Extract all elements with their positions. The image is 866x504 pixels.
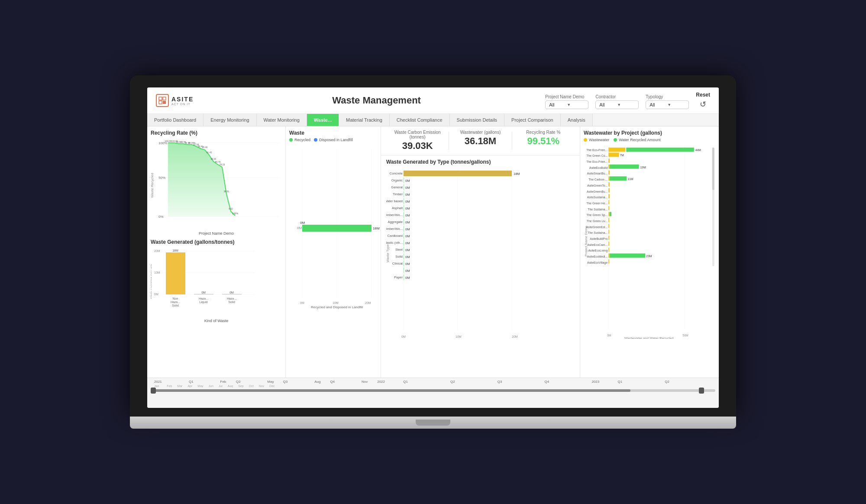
tab-material[interactable]: Material Tracking <box>339 114 390 126</box>
svg-text:20M: 20M <box>154 249 160 252</box>
svg-rect-2 <box>159 101 162 104</box>
svg-rect-36 <box>194 294 213 294</box>
svg-text:0M: 0M <box>297 226 302 230</box>
svg-text:The Eco-Frien...: The Eco-Frien... <box>586 160 607 163</box>
svg-rect-152 <box>610 212 611 216</box>
svg-text:0M: 0M <box>405 269 410 273</box>
app-title: Waste Management <box>208 95 545 106</box>
timeline-month-aug: Aug <box>228 384 233 388</box>
svg-text:0M: 0M <box>405 262 410 266</box>
svg-rect-103 <box>404 254 404 259</box>
tab-submission[interactable]: Submission Details <box>450 114 505 126</box>
svg-text:Haza...: Haza... <box>199 297 208 300</box>
svg-text:7M: 7M <box>620 154 624 157</box>
svg-text:44M: 44M <box>695 149 701 152</box>
filter-project-arrow: ▼ <box>567 103 585 107</box>
svg-text:0M: 0M <box>405 276 410 280</box>
svg-text:19M: 19M <box>640 166 646 169</box>
kpi-recycling: Recycling Rate % 99.51% <box>512 130 575 152</box>
timeline-month-jul: Jul <box>219 384 223 388</box>
svg-text:0M: 0M <box>405 200 410 204</box>
waste-gen-title: Waste Generated (gallons/tonnes) <box>151 239 282 245</box>
svg-text:Waste Removed from Site: Waste Removed from Site <box>151 264 152 299</box>
svg-rect-151 <box>608 212 610 216</box>
tab-water[interactable]: Water Monitoring <box>257 114 307 126</box>
svg-text:0M: 0M <box>405 207 410 210</box>
svg-text:AsiteSmartBu...: AsiteSmartBu... <box>587 172 608 175</box>
logo-text: ASITE <box>171 96 194 103</box>
filter-contractor-select[interactable]: All ▼ <box>595 100 639 109</box>
tab-energy[interactable]: Energy Monitoring <box>204 114 256 126</box>
svg-rect-97 <box>404 240 404 246</box>
filter-project-label: Project Name Demo <box>545 94 588 99</box>
waste-generated-section: Waste Generated (gallons/tonnes) 20M 10M… <box>151 239 282 323</box>
filter-project-select[interactable]: All ▼ <box>545 100 588 109</box>
svg-rect-79 <box>404 198 404 204</box>
svg-text:Timber/Wo...: Timber/Wo... <box>386 213 403 217</box>
svg-rect-54 <box>302 225 372 232</box>
reset-button[interactable]: Reset <box>696 92 710 98</box>
svg-text:91.42: 91.42 <box>207 151 212 154</box>
svg-rect-123 <box>626 148 694 152</box>
svg-text:The Sustaina...: The Sustaina... <box>588 208 607 211</box>
timeline-handle-left[interactable] <box>151 388 156 394</box>
timeline-nov: Nov <box>362 380 377 384</box>
svg-text:18M: 18M <box>172 249 178 252</box>
svg-text:Haza...: Haza... <box>227 297 236 300</box>
timeline-q2-2023: Q2 <box>665 380 712 384</box>
timeline-q2-2022: Q2 <box>450 380 498 384</box>
svg-text:AsiteEcoCam...: AsiteEcoCam... <box>587 243 607 246</box>
filter-typology[interactable]: Typology All ▼ <box>646 94 689 109</box>
timeline-feb: Feb <box>220 380 236 384</box>
left-panel: Recycling Rate (%) 100% 50% 0% Waste Rec… <box>147 126 286 378</box>
svg-text:0M: 0M <box>405 179 410 183</box>
tab-analysis[interactable]: Analysis <box>561 114 593 126</box>
svg-text:Paper: Paper <box>394 275 403 279</box>
filter-contractor[interactable]: Contractor All ▼ <box>595 94 639 109</box>
svg-rect-135 <box>608 171 610 175</box>
svg-rect-106 <box>404 261 404 266</box>
svg-rect-160 <box>608 236 609 240</box>
svg-rect-34 <box>166 252 185 294</box>
kpi-recycling-value: 99.51% <box>512 136 575 147</box>
svg-rect-82 <box>404 205 404 211</box>
svg-text:0M: 0M <box>401 335 406 338</box>
tab-waste[interactable]: Waste... <box>307 114 339 126</box>
timeline-month-nov: Nov <box>259 384 264 388</box>
tab-checklist[interactable]: Checklist Compliance <box>390 114 450 126</box>
svg-text:9.02: 9.02 <box>229 207 233 210</box>
svg-rect-129 <box>608 158 610 163</box>
waste-gen-x-label: Kind of Waste <box>151 319 282 323</box>
svg-rect-108 <box>404 268 404 273</box>
legend-water-recycled-label: Water Recycled Amount <box>619 138 660 142</box>
svg-rect-145 <box>608 194 610 198</box>
legend-recycled-label: Recycled <box>294 138 310 142</box>
legend-wastewater-dot <box>584 138 587 142</box>
filter-project[interactable]: Project Name Demo All ▼ <box>545 94 588 109</box>
timeline-q3-2022: Q3 <box>498 380 545 384</box>
timeline-month-dec: Dec <box>269 384 275 388</box>
svg-text:0M: 0M <box>405 248 410 252</box>
svg-rect-100 <box>404 247 404 252</box>
legend-landfill-dot <box>314 138 317 142</box>
timeline-slider[interactable] <box>151 389 715 392</box>
svg-text:AsiteEcoVillage: AsiteEcoVillage <box>587 261 608 265</box>
tab-project-comp[interactable]: Project Comparison <box>504 114 561 126</box>
timeline-handle-right[interactable] <box>699 388 704 394</box>
svg-text:Aggregate: Aggregate <box>388 220 403 224</box>
wastewater-title: Wastewater by Project (gallons) <box>584 130 715 136</box>
svg-rect-166 <box>608 253 610 258</box>
svg-text:0%: 0% <box>158 215 164 219</box>
svg-text:The Green Sp...: The Green Sp... <box>587 213 608 217</box>
filter-typology-arrow: ▼ <box>667 103 685 107</box>
tab-portfolio[interactable]: Portfolio Dashboard <box>147 114 204 126</box>
filter-typology-select[interactable]: All ▼ <box>646 100 689 109</box>
reset-area[interactable]: Reset ↺ <box>696 92 710 109</box>
svg-rect-158 <box>608 230 609 234</box>
svg-text:The Green He...: The Green He... <box>586 202 607 205</box>
kpi-carbon-label: Waste Carbon Emission (tonnes) <box>386 130 449 139</box>
svg-text:0M: 0M <box>300 221 305 225</box>
reset-icon[interactable]: ↺ <box>700 100 706 109</box>
legend-wastewater-label: Wastewater <box>589 138 609 142</box>
timeline-q2-2021: Q2 <box>236 380 268 384</box>
